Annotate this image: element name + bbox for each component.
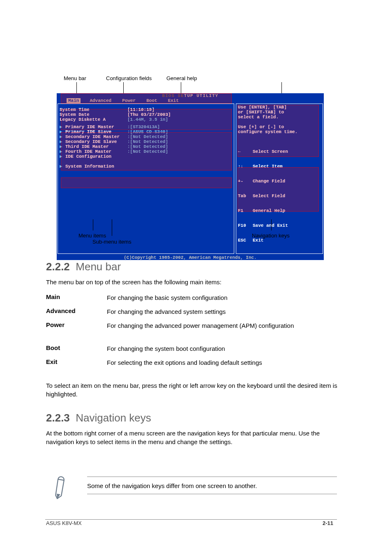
row-fourth-ide[interactable]: ▶Fourth IDE Master:[Not Detected] [60, 149, 232, 154]
menu-advanced[interactable]: Advanced [88, 98, 113, 103]
callout-menubar: Menu bar [64, 74, 86, 83]
callout-navkeys: Navigation keys [252, 231, 290, 240]
note-icon [46, 472, 74, 501]
footer-right: 2-11 [323, 520, 333, 526]
callout-config: Configuration fields [106, 74, 152, 83]
bios-help-text: Use [ENTER], [TAB] or [SHIFT-TAB] to sel… [238, 105, 321, 134]
bios-copyright: (C)Copyright 1985-2002, American Megatre… [57, 255, 324, 260]
row-pri-ide-master[interactable]: ▶Primary IDE Master:[ST320413A] [60, 124, 232, 129]
intro-222: The menu bar on top of the screen has th… [46, 278, 338, 286]
row-legacy-diskette[interactable]: Legacy Diskette A [1.44M, 3.5 in] [60, 117, 232, 122]
item-adv-name: Advanced [46, 307, 76, 314]
heading-223: 2.2.3 Navigation keys [46, 412, 151, 424]
row-system-date[interactable]: System Date [Thu 03/27/2003] [60, 112, 232, 117]
item-exit-desc: For selecting the exit options and loadi… [107, 358, 337, 367]
menu-power[interactable]: Power [120, 98, 137, 103]
callout-general-help: General help [166, 74, 197, 83]
bios-title: BIOS SETUP UTILITY [57, 93, 324, 98]
row-system-time[interactable]: System Time [11:10:19] [60, 107, 232, 112]
row-pri-ide-slave[interactable]: ▶Primary IDE Slave:[ASUS CD-S340] [60, 129, 232, 134]
row-third-ide[interactable]: ▶Third IDE Master:[Not Detected] [60, 144, 232, 149]
item-boot-desc: For changing the system boot configurati… [107, 344, 337, 353]
bios-menu-bar[interactable]: Main Advanced Power Boot Exit [57, 98, 324, 103]
row-sec-ide-master[interactable]: ▶Secondary IDE Master:[Not Detected] [60, 134, 232, 139]
note-text: Some of the navigation keys differ from … [87, 481, 337, 490]
row-sec-ide-slave[interactable]: ▶Secondary IDE Slave:[Not Detected] [60, 139, 232, 144]
callout-submenu: Sub-menu items [92, 237, 131, 246]
item-exit-name: Exit [46, 358, 58, 365]
item-main-desc: For changing the basic system configurat… [107, 293, 337, 302]
menu-exit[interactable]: Exit [166, 98, 180, 103]
tail-222: To select an item on the menu bar, press… [46, 381, 338, 398]
row-sys-info[interactable]: ▶System Information [60, 164, 232, 169]
item-main-name: Main [46, 293, 60, 300]
menu-boot[interactable]: Boot [145, 98, 159, 103]
item-boot-name: Boot [46, 344, 60, 351]
footer-left: ASUS K8V-MX [46, 520, 82, 526]
item-power-desc: For changing the advanced power manageme… [107, 321, 337, 330]
item-power-name: Power [46, 321, 65, 328]
menu-main[interactable]: Main [67, 98, 81, 103]
heading-222: 2.2.2 Menu bar [46, 260, 121, 273]
para-223: At the bottom right corner of a menu scr… [46, 429, 338, 446]
item-adv-desc: For changing the advanced system setting… [107, 307, 337, 316]
row-ide-config[interactable]: ▶IDE Configuration [60, 154, 232, 159]
